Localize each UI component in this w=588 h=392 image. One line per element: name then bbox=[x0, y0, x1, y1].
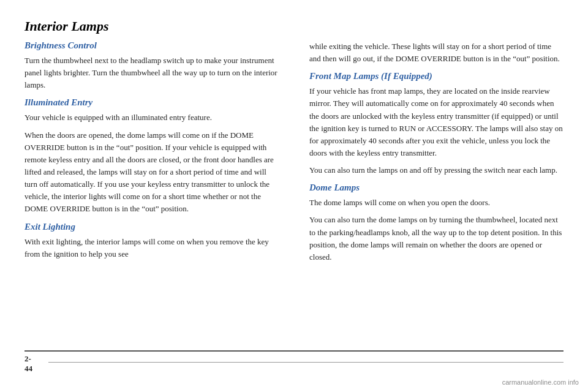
page-container: Interior Lamps Brightness Control Turn t… bbox=[0, 0, 588, 392]
frontmap-para-2: You can also turn the lamps on and off b… bbox=[309, 164, 564, 176]
content-columns: Brightness Control Turn the thumbwheel n… bbox=[24, 40, 564, 347]
frontmap-para-1: If your vehicle has front map lamps, the… bbox=[309, 85, 564, 159]
section-heading-dome: Dome Lamps bbox=[309, 183, 564, 193]
footer-divider bbox=[48, 362, 564, 363]
illuminated-para-2: When the doors are opened, the dome lamp… bbox=[24, 129, 279, 216]
watermark: carmanualonline.com info bbox=[502, 379, 579, 386]
main-title: Interior Lamps bbox=[24, 18, 564, 34]
right-column: while exiting the vehicle. These lights … bbox=[303, 40, 564, 347]
section-heading-brightness: Brightness Control bbox=[24, 40, 279, 51]
section-heading-exit: Exit Lighting bbox=[24, 222, 279, 232]
exit-para-1: With exit lighting, the interior lamps w… bbox=[24, 236, 279, 260]
section-heading-frontmap: Front Map Lamps (If Equipped) bbox=[309, 71, 564, 81]
brightness-para-1: Turn the thumbwheel next to the headlamp… bbox=[24, 55, 279, 91]
dome-para-2: You can also turn the dome lamps on by t… bbox=[309, 214, 564, 263]
right-intro-text: while exiting the vehicle. These lights … bbox=[309, 40, 564, 65]
left-column: Brightness Control Turn the thumbwheel n… bbox=[24, 40, 285, 347]
footer-bar: 2-44 bbox=[24, 350, 564, 374]
section-heading-illuminated: Illuminated Entry bbox=[24, 97, 279, 108]
page-number: 2-44 bbox=[24, 354, 39, 374]
dome-para-1: The dome lamps will come on when you ope… bbox=[309, 197, 564, 209]
illuminated-para-1: Your vehicle is equipped with an illumin… bbox=[24, 111, 279, 124]
